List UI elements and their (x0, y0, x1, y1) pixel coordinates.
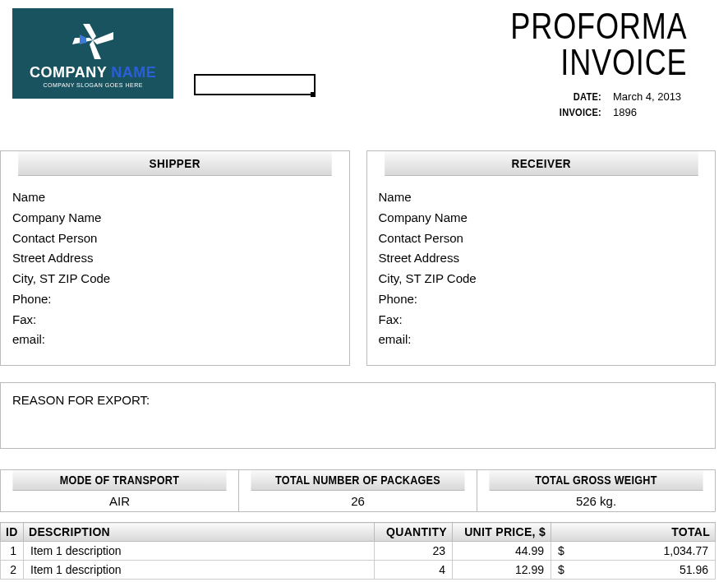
item-unit: 44.99 (453, 542, 551, 561)
weight-value: 526 kg. (477, 491, 715, 511)
logo-slogan: COMPANY SLOGAN GOES HERE (43, 82, 142, 88)
receiver-street: Street Address (379, 248, 704, 269)
document-title: PROFORMA INVOICE (382, 8, 687, 81)
shipper-street: Street Address (12, 248, 338, 269)
svg-marker-4 (80, 35, 86, 44)
receiver-city: City, ST ZIP Code (379, 269, 704, 289)
receiver-company: Company Name (379, 208, 704, 229)
shipper-phone: Phone: (12, 289, 338, 310)
item-total: $ 1,034.77 (551, 542, 716, 561)
invoice-value: 1896 (613, 106, 687, 118)
weight-label: TOTAL GROSS WEIGHT (489, 470, 703, 491)
item-id: 2 (1, 561, 24, 580)
col-description: DESCRIPTION (24, 523, 375, 542)
date-label: DATE: (553, 90, 602, 103)
shipper-heading: SHIPPER (18, 151, 331, 176)
shipper-contact: Contact Person (12, 229, 338, 249)
item-unit: 12.99 (453, 561, 551, 580)
reason-for-export: REASON FOR EXPORT: (0, 382, 716, 449)
receiver-email: email: (379, 330, 704, 350)
col-total: TOTAL (551, 523, 716, 542)
packages-value: 26 (239, 491, 477, 511)
item-desc: Item 1 description (24, 542, 375, 561)
item-total: $ 51.96 (551, 561, 716, 580)
summary-table: MODE OF TRANSPORT AIR TOTAL NUMBER OF PA… (0, 469, 716, 512)
receiver-panel: RECEIVER Name Company Name Contact Perso… (366, 150, 716, 366)
reason-label: REASON FOR EXPORT: (12, 393, 150, 407)
table-row: 1 Item 1 description 23 44.99 $ 1,034.77 (1, 542, 716, 561)
receiver-contact: Contact Person (379, 229, 704, 249)
item-desc: Item 1 description (24, 561, 375, 580)
shipper-company: Company Name (12, 208, 338, 229)
shipper-city: City, ST ZIP Code (12, 269, 338, 289)
shipper-email: email: (12, 330, 338, 350)
receiver-phone: Phone: (379, 289, 704, 310)
table-row: 2 Item 1 description 4 12.99 $ 51.96 (1, 561, 716, 580)
mode-label: MODE OF TRANSPORT (12, 470, 226, 491)
col-id: ID (1, 523, 24, 542)
shipper-panel: SHIPPER Name Company Name Contact Person… (0, 150, 350, 366)
svg-marker-1 (93, 32, 113, 44)
packages-label: TOTAL NUMBER OF PACKAGES (251, 470, 464, 491)
invoice-label: INVOICE: (553, 106, 602, 118)
col-unit-price: UNIT PRICE, $ (453, 523, 551, 542)
date-value: March 4, 2013 (613, 90, 687, 103)
receiver-name: Name (379, 187, 704, 208)
receiver-heading: RECEIVER (385, 151, 698, 176)
item-qty: 23 (375, 542, 453, 561)
company-logo: COMPANY NAME COMPANY SLOGAN GOES HERE (12, 8, 173, 99)
col-quantity: QUANTITY (375, 523, 453, 542)
shipper-fax: Fax: (12, 310, 338, 330)
item-qty: 4 (375, 561, 453, 580)
item-id: 1 (1, 542, 24, 561)
mode-value: AIR (1, 491, 238, 511)
receiver-fax: Fax: (379, 310, 704, 330)
text-input-box[interactable] (194, 74, 315, 95)
logo-icon (68, 20, 117, 61)
shipper-name: Name (12, 187, 338, 208)
items-table: ID DESCRIPTION QUANTITY UNIT PRICE, $ TO… (0, 522, 716, 580)
logo-company-text: COMPANY NAME (30, 64, 156, 81)
